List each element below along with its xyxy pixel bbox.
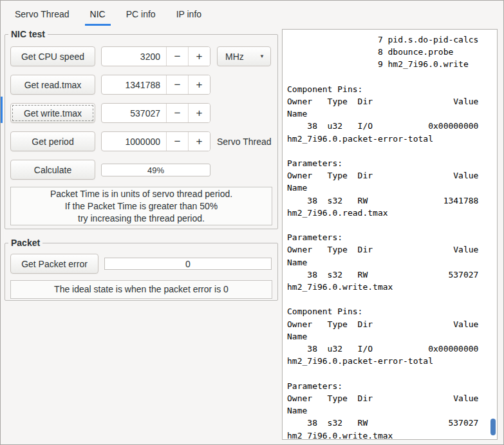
chevron-down-icon: ▼ xyxy=(259,53,265,59)
write-tmax-spinbox: 537027 − + xyxy=(101,103,210,123)
packet-time-note: Packet Time is in units of servo thread … xyxy=(10,187,272,225)
nic-test-frame: NIC test Get CPU speed 3200 − + MHz ▼ Ge… xyxy=(5,34,278,229)
calculate-button[interactable]: Calculate xyxy=(10,160,95,180)
packet-error-note: The ideal state is when the packet error… xyxy=(10,280,272,299)
app-window: Servo Thread NIC PC info IP info NIC tes… xyxy=(0,0,504,445)
tab-pc-info-label: PC info xyxy=(126,9,156,19)
tab-ip-info[interactable]: IP info xyxy=(166,1,212,28)
note-line-3: try increasing the thread period. xyxy=(78,213,205,225)
tab-bar: Servo Thread NIC PC info IP info xyxy=(1,1,503,28)
packet-frame-label: Packet xyxy=(8,238,42,248)
period-decrement-button[interactable]: − xyxy=(166,132,188,151)
cpu-speed-value[interactable]: 3200 xyxy=(102,47,166,66)
plus-icon: + xyxy=(196,51,203,62)
get-read-tmax-button[interactable]: Get read.tmax xyxy=(10,75,95,95)
plus-icon: + xyxy=(196,79,203,90)
nic-test-frame-label: NIC test xyxy=(8,29,48,39)
get-cpu-speed-button[interactable]: Get CPU speed xyxy=(10,46,95,66)
tab-servo-thread-label: Servo Thread xyxy=(15,9,70,19)
servo-thread-caption: Servo Thread xyxy=(217,131,272,151)
read-tmax-spinbox: 1341788 − + xyxy=(101,75,210,95)
period-value[interactable]: 1000000 xyxy=(102,132,166,151)
plus-icon: + xyxy=(196,108,203,118)
note-line-1: Packet Time is in units of servo thread … xyxy=(50,188,232,200)
read-tmax-value[interactable]: 1341788 xyxy=(102,75,166,94)
get-period-button[interactable]: Get period xyxy=(10,131,95,151)
hal-output-panel[interactable]: 7 pid.s.do-pid-calcs 8 dbounce.probe 9 h… xyxy=(282,29,498,440)
tab-nic-label: NIC xyxy=(90,9,106,19)
cpu-speed-decrement-button[interactable]: − xyxy=(166,47,188,66)
write-tmax-value[interactable]: 537027 xyxy=(102,104,166,122)
write-tmax-decrement-button[interactable]: − xyxy=(166,104,188,122)
vertical-scrollbar-thumb[interactable] xyxy=(490,419,496,435)
period-increment-button[interactable]: + xyxy=(188,132,210,151)
packet-frame: Packet Get Packet error 0 The ideal stat… xyxy=(5,243,278,301)
tab-pc-info[interactable]: PC info xyxy=(116,1,166,28)
cpu-speed-increment-button[interactable]: + xyxy=(188,47,210,66)
minus-icon: − xyxy=(174,51,181,62)
read-tmax-decrement-button[interactable]: − xyxy=(166,75,188,94)
packet-time-progressbar: 49% xyxy=(101,164,210,176)
get-write-tmax-button[interactable]: Get write.tmax xyxy=(10,103,95,123)
tab-nic[interactable]: NIC xyxy=(80,1,116,28)
cpu-speed-unit-dropdown[interactable]: MHz ▼ xyxy=(217,46,271,66)
get-packet-error-button[interactable]: Get Packet error xyxy=(10,254,98,274)
read-tmax-increment-button[interactable]: + xyxy=(188,75,210,94)
minus-icon: − xyxy=(174,108,181,118)
tab-ip-info-label: IP info xyxy=(176,9,201,19)
minus-icon: − xyxy=(174,136,181,147)
hal-output-text: 7 pid.s.do-pid-calcs 8 dbounce.probe 9 h… xyxy=(283,30,497,440)
plus-icon: + xyxy=(196,136,203,147)
left-scrollbar-thumb[interactable] xyxy=(1,97,3,123)
cpu-speed-spinbox: 3200 − + xyxy=(101,46,210,66)
cpu-speed-unit-value: MHz xyxy=(225,52,244,62)
write-tmax-increment-button[interactable]: + xyxy=(188,104,210,122)
minus-icon: − xyxy=(174,79,181,90)
packet-error-value: 0 xyxy=(104,258,272,270)
packet-note-line: The ideal state is when the packet error… xyxy=(54,283,229,296)
progress-percent-text: 49% xyxy=(147,166,164,175)
period-spinbox: 1000000 − + xyxy=(101,131,210,151)
tab-servo-thread[interactable]: Servo Thread xyxy=(5,1,80,28)
note-line-2: If the Packet Time is greater than 50% xyxy=(65,200,218,213)
